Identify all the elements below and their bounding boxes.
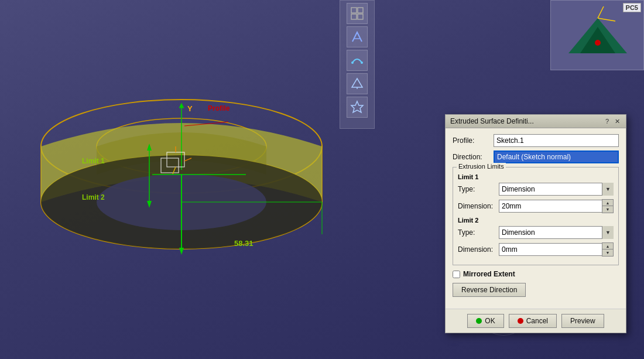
thumbnail-label: PC5	[623, 3, 641, 12]
dialog-content: Profile: Direction: Extrusion Limits Lim…	[446, 128, 626, 309]
profile-label: Profile:	[453, 136, 494, 145]
svg-point-30	[351, 61, 354, 64]
cancel-button[interactable]: Cancel	[509, 314, 557, 328]
limit1-type-label: Type:	[458, 185, 499, 193]
viewport: Y 58.31 Prof	[0, 0, 644, 359]
cancel-label: Cancel	[526, 317, 548, 325]
limit2-annotation: Limit 2	[82, 193, 105, 201]
limit1-dim-spin: ▲ ▼	[499, 199, 614, 213]
limit2-type-row: Type: Dimension ▼	[458, 226, 614, 239]
limit1-dim-label: Dimension:	[458, 202, 499, 210]
limit2-dim-label: Dimension:	[458, 245, 499, 254]
toolbar-btn-4[interactable]	[347, 73, 368, 94]
reverse-direction-button[interactable]: Reverse Direction	[453, 283, 526, 297]
limit1-type-select-wrapper: Dimension ▼	[499, 183, 614, 196]
mirrored-row: Mirrored Extent	[453, 270, 619, 278]
ok-dot	[476, 318, 482, 324]
limit2-dim-input[interactable]	[499, 243, 602, 256]
toolbar-btn-3[interactable]	[347, 50, 368, 71]
limit2-dim-spin: ▲ ▼	[499, 242, 614, 257]
dialog-titlebar: Extruded Surface Definiti... ? ✕	[446, 115, 626, 128]
dialog-close-button[interactable]: ✕	[614, 118, 621, 125]
limit2-header: Limit 2	[458, 217, 614, 224]
limit2-type-select-wrapper: Dimension ▼	[499, 226, 614, 239]
limit1-dim-input[interactable]	[499, 200, 602, 213]
svg-rect-26	[358, 8, 363, 13]
direction-input[interactable]	[494, 151, 619, 163]
toolbar-btn-2[interactable]	[347, 26, 368, 47]
cancel-dot	[518, 318, 523, 324]
direction-label: Direction:	[453, 153, 494, 161]
dialog-title-buttons: ? ✕	[604, 118, 621, 125]
limit1-spin-buttons: ▲ ▼	[602, 199, 614, 213]
ok-button[interactable]: OK	[467, 314, 503, 328]
thumbnail-panel: PC5	[550, 0, 644, 70]
limit2-type-label: Type:	[458, 228, 499, 237]
dialog-help-button[interactable]: ?	[604, 118, 610, 125]
svg-point-31	[361, 61, 363, 64]
svg-rect-27	[351, 14, 357, 19]
svg-text:Y: Y	[187, 104, 193, 113]
dialog-extruded-surface: Extruded Surface Definiti... ? ✕ Profile…	[445, 114, 626, 333]
svg-rect-25	[351, 8, 357, 13]
limit1-dim-row: Dimension: ▲ ▼	[458, 199, 614, 213]
limit2-type-select[interactable]: Dimension	[499, 226, 614, 239]
limit2-dim-row: Dimension: ▲ ▼	[458, 242, 614, 257]
ok-label: OK	[485, 317, 495, 325]
profile-annotation: Profile	[208, 104, 229, 112]
mirrored-label[interactable]: Mirrored Extent	[453, 270, 515, 278]
svg-rect-28	[358, 14, 363, 19]
limit2-spin-up[interactable]: ▲	[602, 243, 613, 249]
limit1-annotation: Limit 1	[82, 157, 105, 165]
svg-marker-34	[351, 101, 363, 112]
limit1-type-row: Type: Dimension ▼	[458, 183, 614, 196]
limit2-spin-down[interactable]: ▼	[602, 249, 613, 256]
toolbar-btn-5[interactable]	[347, 97, 368, 118]
extrusion-group-title: Extrusion Limits	[457, 163, 506, 170]
profile-row: Profile:	[453, 134, 619, 147]
mirrored-text: Mirrored Extent	[463, 270, 515, 278]
toolbar-strip	[340, 0, 375, 129]
extrusion-limits-group: Extrusion Limits Limit 1 Type: Dimension…	[453, 167, 619, 265]
svg-text:58.31: 58.31	[234, 239, 254, 248]
svg-point-36	[595, 40, 601, 46]
svg-marker-32	[352, 78, 362, 87]
reverse-btn-row: Reverse Direction	[453, 283, 619, 303]
preview-label: Preview	[570, 317, 595, 325]
preview-button[interactable]: Preview	[561, 314, 604, 328]
limit1-spin-up[interactable]: ▲	[602, 200, 613, 206]
svg-marker-11	[179, 248, 184, 255]
dialog-title: Extruded Surface Definiti...	[450, 117, 534, 125]
limit2-spin-buttons: ▲ ▼	[602, 242, 614, 257]
dialog-footer: OK Cancel Preview	[446, 309, 626, 333]
direction-row: Direction:	[453, 151, 619, 163]
limit1-type-select[interactable]: Dimension	[499, 183, 614, 196]
toolbar-btn-1[interactable]	[347, 3, 368, 24]
profile-input[interactable]	[494, 134, 619, 147]
limit1-header: Limit 1	[458, 173, 614, 180]
limit1-spin-down[interactable]: ▼	[602, 206, 613, 213]
mirrored-checkbox[interactable]	[453, 271, 460, 278]
